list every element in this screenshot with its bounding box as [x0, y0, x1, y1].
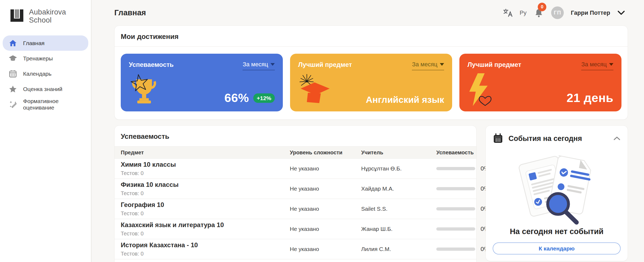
period-label: За месяц — [412, 61, 437, 68]
level-cell: Не указано — [290, 246, 361, 252]
delta-badge: +12% — [253, 93, 275, 103]
subject-tests: Тестов: 0 — [121, 231, 290, 237]
stat-card-label: Лучший предмет — [467, 61, 521, 68]
level-cell: Не указано — [290, 165, 361, 172]
period-label: За месяц — [581, 61, 607, 68]
avatar[interactable]: ГП — [551, 6, 564, 19]
events-title: События на сегодня — [508, 134, 582, 143]
subject-tests: Тестов: 0 — [121, 251, 290, 257]
subject-name[interactable]: История Казахстана - 10 — [121, 241, 290, 249]
table-row[interactable]: История Казахстана - 10 Тестов: 0 Не ука… — [115, 239, 476, 259]
topbar: Главная Ру 0 ГП Гарри Поттер — [114, 0, 628, 26]
column-performance: Успеваемость — [436, 150, 474, 156]
sidebar: Aubakirova School Главная Тренажеры — [0, 0, 92, 262]
sidebar-item-label: Календарь — [23, 71, 52, 77]
star-icon — [9, 85, 17, 93]
column-level: Уровень сложности — [290, 150, 361, 156]
calendar-icon — [9, 70, 17, 78]
sidebar-nav: Главная Тренажеры — [0, 35, 91, 112]
calendar-dark-icon — [493, 133, 503, 144]
brand-logo: Aubakirova School — [0, 0, 91, 24]
table-row[interactable]: Химия 10 классы Тестов: 0 Не указано Нұр… — [115, 159, 476, 179]
sparkles-icon — [9, 100, 17, 109]
graduation-cap-icon — [296, 73, 332, 106]
brand-line2: School — [29, 16, 52, 24]
events-panel: События на сегодня — [485, 125, 628, 261]
stat-value: 66% — [224, 91, 249, 105]
trophy-icon — [128, 73, 160, 108]
sidebar-item-formative[interactable]: Формативное оценивание — [3, 97, 88, 112]
page-title: Главная — [114, 8, 146, 17]
level-cell: Не указано — [290, 185, 361, 192]
level-cell: Не указано — [290, 206, 361, 212]
school-logo-icon — [10, 9, 24, 23]
performance-title: Успеваемость — [115, 126, 476, 146]
progress-bar — [436, 248, 475, 251]
caret-down-icon — [440, 63, 444, 66]
table-row[interactable]: Физика 10 классы Тестов: 0 Не указано Ха… — [115, 179, 476, 199]
user-name: Гарри Поттер — [571, 9, 610, 16]
to-calendar-button[interactable]: К календарю — [493, 242, 621, 254]
achievement-cards: Успеваемость За месяц — [115, 47, 628, 119]
no-events-illustration — [493, 145, 621, 226]
language-switcher-icon[interactable] — [503, 8, 513, 18]
subject-tests: Тестов: 0 — [121, 210, 290, 217]
lightning-icon — [466, 72, 498, 108]
table-row[interactable]: География 10 Тестов: 0 Не указано Sailet… — [115, 199, 476, 219]
performance-panel: Успеваемость Предмет Уровень сложности У… — [114, 125, 477, 262]
collapse-chevron-up-icon[interactable] — [613, 136, 621, 141]
bottom-row: Успеваемость Предмет Уровень сложности У… — [114, 125, 628, 262]
subject-name[interactable]: Казахский язык и литература 10 — [121, 221, 290, 229]
language-label[interactable]: Ру — [519, 9, 526, 16]
brand-line1: Aubakirova — [29, 8, 66, 16]
subject-name[interactable]: География 10 — [121, 201, 290, 209]
performance-stat-card: Успеваемость За месяц — [121, 54, 283, 111]
caret-down-icon — [270, 63, 275, 66]
period-selector[interactable]: За месяц — [243, 61, 275, 70]
events-header: События на сегодня — [493, 133, 621, 144]
stat-value: Английский язык — [366, 94, 444, 105]
table-row[interactable]: English 10 — [115, 259, 476, 262]
sidebar-item-trainers[interactable]: Тренажеры — [3, 51, 88, 66]
sidebar-item-label: Формативное оценивание — [23, 98, 88, 111]
home-icon — [9, 39, 17, 48]
stat-card-label: Успеваемость — [129, 61, 174, 68]
stat-value: 21 день — [567, 91, 614, 105]
progress-bar — [436, 207, 475, 210]
best-subject-stat-card: Лучший предмет За месяц — [290, 54, 452, 111]
stat-card-label: Лучший предмет — [298, 61, 352, 68]
progress-bar — [436, 167, 475, 170]
subject-tests: Тестов: 0 — [121, 170, 290, 176]
topbar-actions: Ру 0 ГП Гарри Поттер — [503, 6, 628, 19]
period-selector[interactable]: За месяц — [412, 61, 444, 70]
sidebar-item-assessment[interactable]: Оценка знаний — [3, 81, 88, 97]
sidebar-item-home[interactable]: Главная — [3, 35, 88, 51]
streak-stat-card: Лучший предмет За месяц 21 день — [459, 54, 621, 111]
table-row[interactable]: Казахский язык и литература 10 Тестов: 0… — [115, 219, 476, 239]
level-cell: Не указано — [290, 226, 361, 232]
notifications-button[interactable]: 0 — [533, 8, 544, 18]
brand-name: Aubakirova School — [29, 8, 66, 24]
trainers-icon — [9, 54, 17, 63]
teacher-cell: Хайдар М.А. — [361, 185, 436, 192]
subject-tests: Тестов: 0 — [121, 190, 290, 196]
sidebar-item-label: Тренажеры — [23, 55, 53, 62]
achievements-panel: Мои достижения Успеваемость За месяц — [114, 26, 628, 120]
teacher-cell: Sailet S.S. — [361, 206, 436, 212]
progress-bar — [436, 187, 475, 190]
subject-name[interactable]: Химия 10 классы — [121, 161, 290, 168]
achievements-title: Мои достижения — [115, 26, 628, 46]
period-selector[interactable]: За месяц — [581, 61, 613, 70]
progress-bar — [436, 227, 475, 231]
teacher-cell: Жанар Ш.Б. — [361, 226, 436, 232]
teacher-cell: Нұрсұлтан Ө.Б. — [361, 165, 436, 172]
notification-badge: 0 — [538, 3, 546, 11]
sidebar-item-calendar[interactable]: Календарь — [3, 66, 88, 81]
caret-down-icon — [609, 63, 613, 66]
period-label: За месяц — [243, 61, 268, 68]
user-menu-chevron-down-icon[interactable] — [617, 10, 625, 16]
no-events-text: На сегодня нет событий — [493, 227, 621, 236]
column-teacher: Учитель — [361, 150, 436, 156]
subject-name[interactable]: Физика 10 классы — [121, 181, 290, 188]
teacher-cell: Лилия С.М. — [361, 246, 436, 252]
